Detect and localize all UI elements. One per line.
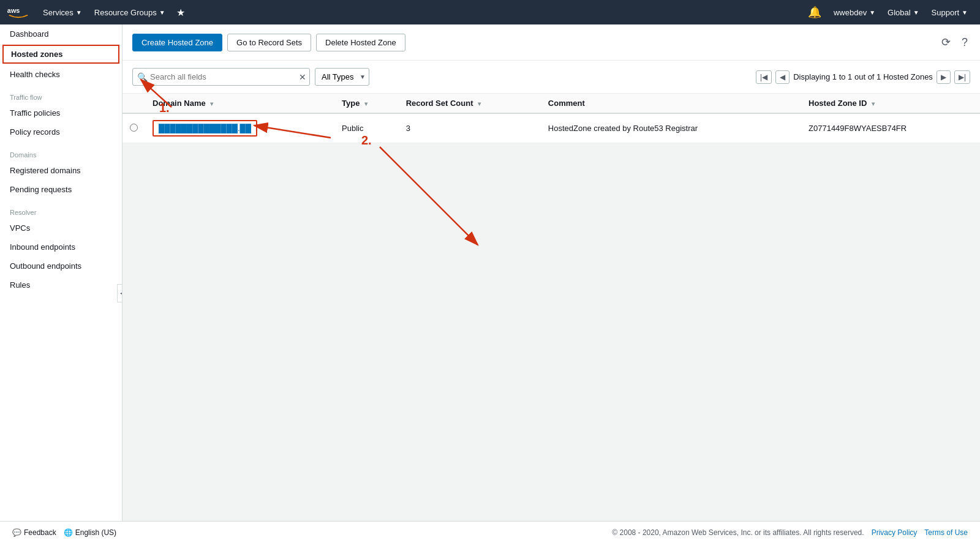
first-page-button[interactable]: |◀ [756, 70, 772, 84]
row-comment-cell: HostedZone created by Route53 Registrar [541, 113, 801, 143]
sidebar-item-hosted-zones[interactable]: Hosted zones [2, 45, 119, 64]
sort-domain-icon: ▾ [210, 100, 213, 107]
aws-logo[interactable]: aws [6, 3, 31, 21]
region-menu[interactable]: Global ▼ [881, 0, 925, 24]
row-radio-cell[interactable] [123, 113, 145, 143]
domains-section-label: Domains [0, 141, 122, 161]
user-menu[interactable]: wwebdev ▼ [827, 0, 881, 24]
main-wrapper: 1. 2. Create Hosted Zone Go to Record Se… [123, 24, 980, 543]
sidebar-item-health-checks[interactable]: Health checks [0, 65, 122, 84]
pagination-info: |◀ ◀ Displaying 1 to 1 out of 1 Hosted Z… [756, 70, 970, 84]
terms-link[interactable]: Terms of Use [924, 528, 968, 537]
sidebar-item-dashboard[interactable]: Dashboard [0, 24, 122, 43]
type-filter-select[interactable]: All Types Public Private [315, 68, 369, 86]
traffic-flow-section: Traffic flow [0, 84, 122, 103]
sidebar-item-inbound-endpoints[interactable]: Inbound endpoints [0, 238, 122, 257]
resource-groups-menu[interactable]: Resource Groups ▼ [88, 0, 172, 24]
sidebar-item-policy-records[interactable]: Policy records [0, 122, 122, 141]
feedback-icon: 💬 [12, 528, 21, 537]
support-menu[interactable]: Support ▼ [925, 0, 974, 24]
sidebar-collapse-button[interactable]: ◀ [117, 284, 123, 302]
type-filter-wrapper: All Types Public Private ▼ [315, 68, 369, 86]
main-content: Create Hosted Zone Go to Record Sets Del… [123, 24, 980, 143]
language-button[interactable]: 🌐 English (US) [64, 528, 116, 537]
sidebar-item-vpcs[interactable]: VPCs [0, 219, 122, 238]
next-page-button[interactable]: ▶ [937, 70, 951, 84]
region-caret-icon: ▼ [913, 9, 919, 16]
delete-hosted-zone-button[interactable]: Delete Hosted Zone [316, 34, 405, 51]
privacy-policy-link[interactable]: Privacy Policy [872, 528, 918, 537]
table-header-hosted-zone-id[interactable]: Hosted Zone ID ▾ [801, 94, 980, 113]
row-domain-name-cell: ██████████████.██ [145, 113, 334, 143]
table-header-select [123, 94, 145, 113]
table-header-comment: Comment [541, 94, 801, 113]
resolver-section-label: Resolver [0, 199, 122, 219]
sidebar-item-registered-domains[interactable]: Registered domains [0, 161, 122, 180]
resource-groups-caret-icon: ▼ [159, 9, 165, 16]
search-input[interactable] [132, 68, 310, 86]
filter-bar: 🔍 ✕ All Types Public Private ▼ |◀ ◀ [123, 61, 980, 94]
hosted-zones-table: Domain Name ▾ Type ▾ Record Set Count ▾ [123, 94, 980, 143]
go-to-record-sets-button[interactable]: Go to Record Sets [227, 34, 311, 51]
sidebar: ◀ Dashboard Hosted zones Health checks T… [0, 24, 123, 543]
help-button[interactable]: ? [959, 34, 970, 51]
services-menu[interactable]: Services ▼ [37, 0, 88, 24]
search-icon: 🔍 [137, 72, 148, 82]
domain-name-link[interactable]: ██████████████.██ [153, 120, 257, 137]
svg-line-4 [380, 147, 478, 245]
footer: 💬 Feedback 🌐 English (US) © 2008 - 2020,… [0, 521, 980, 543]
table-row: ██████████████.██ Public 3 HostedZone cr… [123, 113, 980, 143]
top-navigation: aws Services ▼ Resource Groups ▼ ★ 🔔 wwe… [0, 0, 980, 24]
sidebar-item-pending-requests[interactable]: Pending requests [0, 180, 122, 199]
search-wrapper: 🔍 ✕ [132, 68, 310, 86]
feedback-button[interactable]: 💬 Feedback [12, 528, 56, 537]
sidebar-item-rules[interactable]: Rules [0, 275, 122, 294]
last-page-button[interactable]: ▶| [954, 70, 970, 84]
action-toolbar: Create Hosted Zone Go to Record Sets Del… [123, 24, 980, 61]
row-type-cell: Public [334, 113, 399, 143]
sidebar-item-outbound-endpoints[interactable]: Outbound endpoints [0, 257, 122, 275]
table-header-record-set-count[interactable]: Record Set Count ▾ [399, 94, 541, 113]
copyright-text: © 2008 - 2020, Amazon Web Services, Inc.… [612, 528, 864, 537]
favorites-icon[interactable]: ★ [172, 7, 190, 18]
refresh-button[interactable]: ⟳ [939, 33, 953, 51]
sidebar-item-traffic-policies[interactable]: Traffic policies [0, 103, 122, 122]
table-header-domain-name[interactable]: Domain Name ▾ [145, 94, 334, 113]
notifications-icon[interactable]: 🔔 [802, 0, 827, 24]
user-caret-icon: ▼ [869, 9, 875, 16]
row-radio-input[interactable] [130, 124, 138, 132]
create-hosted-zone-button[interactable]: Create Hosted Zone [132, 34, 222, 51]
row-record-set-count-cell: 3 [399, 113, 541, 143]
svg-text:aws: aws [7, 7, 20, 14]
sort-type-icon: ▾ [364, 100, 368, 107]
row-hosted-zone-id-cell: Z0771449F8WYAESB74FR [801, 113, 980, 143]
services-caret-icon: ▼ [76, 9, 82, 16]
sort-count-icon: ▾ [478, 100, 481, 107]
app-layout: ◀ Dashboard Hosted zones Health checks T… [0, 24, 980, 543]
sort-zone-id-icon: ▾ [872, 100, 875, 107]
globe-icon: 🌐 [64, 528, 73, 537]
support-caret-icon: ▼ [962, 9, 968, 16]
search-clear-icon[interactable]: ✕ [299, 72, 306, 82]
prev-page-button[interactable]: ◀ [775, 70, 790, 84]
table-header-type[interactable]: Type ▾ [334, 94, 399, 113]
